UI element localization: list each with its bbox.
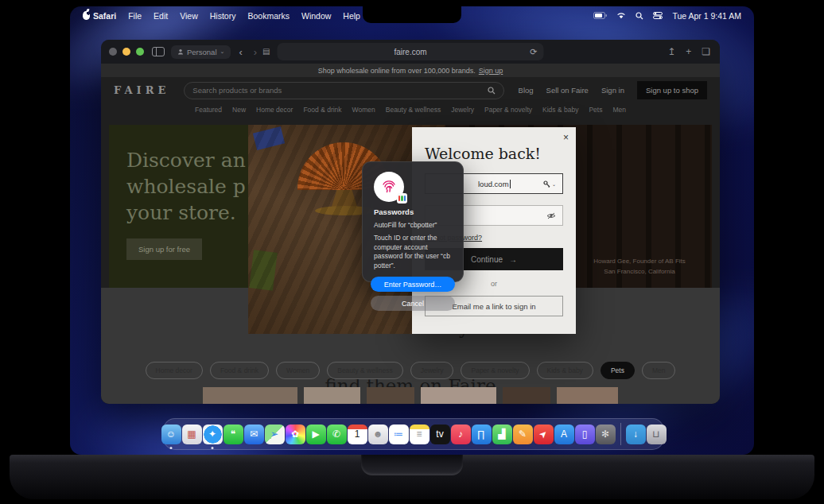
category-pill[interactable]: Paper & novelty: [461, 362, 529, 379]
category-pill[interactable]: Food & drink: [210, 362, 269, 379]
signup-free-button[interactable]: Sign up for free: [126, 238, 202, 260]
category-link[interactable]: Home decor: [256, 106, 293, 114]
dock-photos-icon[interactable]: ✿: [286, 425, 305, 444]
dock-keynote-icon[interactable]: ∏: [472, 425, 492, 444]
chevron-down-icon: ⌄: [220, 48, 225, 55]
close-icon[interactable]: ×: [563, 132, 569, 143]
dock-numbers-icon[interactable]: ▟: [492, 425, 512, 444]
category-link[interactable]: Food & drink: [303, 106, 341, 114]
category-link[interactable]: Pets: [589, 106, 602, 114]
menu-item[interactable]: Window: [301, 11, 331, 21]
dock-maps-icon[interactable]: ➢: [265, 425, 285, 444]
faire-logo[interactable]: FAIRE: [114, 84, 169, 96]
toolbar-right: ↥ + ❏: [667, 40, 710, 64]
battery-icon[interactable]: [593, 12, 607, 19]
category-pill[interactable]: Men: [642, 362, 676, 379]
address-bar[interactable]: faire.com ⟳: [278, 43, 544, 60]
category-link[interactable]: New: [232, 106, 246, 114]
category-link[interactable]: Beauty & wellness: [386, 106, 441, 114]
show-password-eye-icon[interactable]: [546, 212, 556, 219]
dock-mail-icon[interactable]: ✉: [244, 425, 264, 444]
category-pill[interactable]: Jewelry: [410, 362, 454, 379]
dialog-autofill-line: AutoFill for “cbpotter”: [374, 221, 455, 229]
dock-launchpad-icon[interactable]: ▦: [182, 425, 202, 444]
autofill-key-icon[interactable]: ⌄: [543, 180, 556, 188]
dock: ☺▦✦❝✉➢✿▶✆1☻≔≡tv♪∏▟✎➤A▯✻↓⊔: [163, 418, 664, 450]
search-icon: [488, 87, 496, 95]
dock-music-icon[interactable]: ♪: [451, 425, 471, 444]
touch-id-dialog: Passwords AutoFill for “cbpotter” Touch …: [362, 161, 464, 282]
close-window-button[interactable]: [109, 48, 117, 56]
menu-item[interactable]: File: [128, 11, 142, 21]
site-header: FAIRE BlogSell on FaireSign in Sign up t…: [101, 77, 720, 103]
header-link[interactable]: Sign in: [601, 86, 624, 95]
dock-iphone-mirroring-icon[interactable]: ▯: [575, 425, 595, 444]
share-icon[interactable]: ↥: [667, 46, 675, 57]
lid-thumb-notch: [361, 455, 463, 475]
category-link[interactable]: Paper & novelty: [484, 106, 532, 114]
menu-item[interactable]: Bookmarks: [247, 11, 290, 21]
header-link[interactable]: Sell on Faire: [546, 86, 589, 95]
category-pills: Home decorFood & drinkWomenBeauty & well…: [101, 362, 720, 379]
menu-item[interactable]: Edit: [154, 11, 168, 21]
dock-safari-icon[interactable]: ✦: [203, 425, 223, 444]
header-link[interactable]: Blog: [519, 86, 534, 95]
profile-switcher[interactable]: Personal ⌄: [171, 45, 231, 59]
reload-icon[interactable]: ⟳: [530, 47, 537, 57]
menu-item[interactable]: Safari: [93, 11, 116, 21]
wifi-icon[interactable]: [616, 12, 626, 19]
dock-calendar-icon[interactable]: 1: [348, 425, 367, 444]
category-pill[interactable]: Pets: [601, 362, 635, 379]
minimize-window-button[interactable]: [122, 48, 130, 56]
category-link[interactable]: Kids & baby: [542, 106, 578, 114]
enter-password-button[interactable]: Enter Password…: [371, 277, 455, 292]
dock-notes-icon[interactable]: ≡: [410, 425, 429, 444]
signup-to-shop-button[interactable]: Sign up to shop: [637, 81, 707, 99]
dock-tv-icon[interactable]: tv: [430, 425, 450, 444]
dock-facetime-icon[interactable]: ▶: [306, 425, 326, 444]
category-pill[interactable]: Women: [276, 362, 320, 379]
back-button[interactable]: ‹: [239, 46, 242, 58]
tab-overview-icon[interactable]: ❏: [702, 46, 710, 57]
display: SafariFileEditViewHistoryBookmarksWindow…: [70, 6, 754, 455]
spotlight-search-icon[interactable]: [635, 12, 643, 20]
category-pill[interactable]: Home decor: [146, 362, 203, 379]
dock-phone-icon[interactable]: ✆: [327, 425, 347, 444]
apple-menu-icon[interactable]: [83, 11, 90, 20]
person-icon: [177, 48, 184, 55]
text-caret: [510, 180, 511, 188]
clock[interactable]: Tue Apr 1 9:41 AM: [672, 11, 741, 21]
category-pill[interactable]: Beauty & wellness: [327, 362, 402, 379]
search-input[interactable]: [192, 86, 487, 95]
cancel-button[interactable]: Cancel: [371, 296, 455, 311]
menu-item[interactable]: Help: [343, 11, 360, 21]
forward-button[interactable]: ›: [254, 46, 257, 58]
privacy-report-icon[interactable]: ▤: [262, 47, 270, 56]
category-link[interactable]: Jewelry: [451, 106, 474, 114]
fingerprint-icon: [379, 177, 398, 196]
dock-finder-icon[interactable]: ☺: [161, 425, 181, 444]
dock-pages-icon[interactable]: ✎: [513, 425, 533, 444]
dock-rocket-app-icon[interactable]: ➤: [534, 425, 554, 444]
category-link[interactable]: Men: [612, 106, 626, 114]
new-tab-icon[interactable]: +: [686, 46, 691, 57]
dock-downloads-folder-icon[interactable]: ↓: [626, 425, 646, 444]
category-pill[interactable]: Kids & baby: [537, 362, 593, 379]
sidebar-toggle-icon[interactable]: [152, 47, 165, 56]
dock-app-store-icon[interactable]: A: [554, 425, 574, 444]
menu-item[interactable]: History: [210, 11, 236, 21]
announcement-signup-link[interactable]: Sign up: [479, 67, 503, 75]
control-center-icon[interactable]: [653, 12, 663, 19]
dock-contacts-icon[interactable]: ☻: [368, 425, 388, 444]
category-link[interactable]: Featured: [195, 106, 222, 114]
dock-reminders-icon[interactable]: ≔: [389, 425, 409, 444]
menu-item[interactable]: View: [180, 11, 198, 21]
zoom-window-button[interactable]: [136, 48, 144, 56]
site-search[interactable]: [184, 82, 503, 99]
category-link[interactable]: Women: [352, 106, 375, 114]
dock-messages-icon[interactable]: ❝: [223, 425, 243, 444]
product-image: [503, 387, 550, 404]
camera-notch: [363, 6, 461, 23]
dock-trash-icon[interactable]: ⊔: [647, 425, 667, 444]
dock-system-settings-icon[interactable]: ✻: [596, 425, 616, 444]
